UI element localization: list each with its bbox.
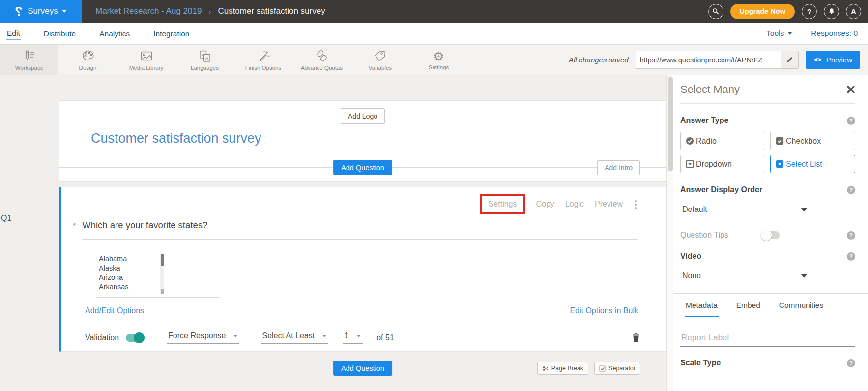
listbox-option[interactable]: Alaska xyxy=(99,264,158,273)
edit-url-button[interactable] xyxy=(781,51,798,68)
answer-display-order-select[interactable]: Default xyxy=(680,205,807,214)
topbar-actions: Upgrade Now A xyxy=(708,4,861,19)
question-preview-button[interactable]: Preview xyxy=(595,200,623,209)
listbox-option[interactable]: Alabama xyxy=(99,254,158,264)
answer-type-dropdown-button[interactable]: Dropdown xyxy=(680,155,765,173)
question-copy-button[interactable]: Copy xyxy=(536,200,554,209)
survey-title[interactable]: Customer satisfaction survey xyxy=(91,131,666,146)
question-mark-icon xyxy=(807,7,811,16)
magic-wand-icon xyxy=(256,49,271,63)
question-tips-toggle[interactable] xyxy=(762,231,780,239)
question-card: Settings Copy Logic Preview * Which are … xyxy=(59,187,666,352)
help-icon[interactable] xyxy=(847,117,855,125)
scrollbar-thumb[interactable] xyxy=(668,77,673,171)
question-settings-button[interactable]: Settings xyxy=(489,200,517,208)
add-question-button-top[interactable]: Add Question xyxy=(333,160,392,175)
answer-listbox[interactable]: Alabama Alaska Arizona Arkansas xyxy=(96,253,165,295)
panel-tabs: Metadata Embed Communities xyxy=(680,294,855,317)
chevron-down-icon xyxy=(233,335,237,337)
report-label-input[interactable] xyxy=(680,332,855,347)
answer-type-label-text: Radio xyxy=(696,137,717,146)
validation-condition-value: Select At Least xyxy=(262,331,315,340)
answer-type-radio-button[interactable]: Radio xyxy=(680,132,765,150)
video-value: None xyxy=(682,271,701,280)
listbox-scrollbar[interactable] xyxy=(160,254,164,294)
toolbar-item-label: Languages xyxy=(191,65,219,71)
tools-menu[interactable]: Tools xyxy=(766,29,792,38)
bell-icon xyxy=(828,7,836,15)
share-url-box xyxy=(636,51,799,69)
page-scrollbar[interactable] xyxy=(666,75,673,391)
tab-integration[interactable]: Integration xyxy=(153,28,190,40)
add-question-button-bottom[interactable]: Add Question xyxy=(333,361,392,376)
validation-label: Validation xyxy=(85,333,119,342)
close-panel-button[interactable] xyxy=(846,85,855,94)
toolbar-item-variables[interactable]: Variables xyxy=(351,45,409,75)
search-button[interactable] xyxy=(708,4,723,19)
toolbar-item-media-library[interactable]: Media Library xyxy=(117,45,175,75)
question-text[interactable]: Which are your favorite states? xyxy=(82,220,207,230)
validation-count-select[interactable]: 1 xyxy=(343,331,363,344)
edit-options-bulk-link[interactable]: Edit Options in Bulk xyxy=(570,306,638,315)
upgrade-now-button[interactable]: Upgrade Now xyxy=(730,4,795,19)
help-button[interactable] xyxy=(802,4,817,19)
question-code: Q1 xyxy=(1,214,11,223)
listbox-option[interactable]: Arizona xyxy=(99,273,158,282)
notifications-button[interactable] xyxy=(824,4,839,19)
bottom-add-row: Add Question Page Break Separator xyxy=(59,359,666,378)
tab-analytics[interactable]: Analytics xyxy=(99,28,130,40)
separator-label: Separator xyxy=(608,365,636,372)
palette-icon xyxy=(81,49,95,63)
tab-metadata[interactable]: Metadata xyxy=(685,294,719,317)
delete-question-button[interactable] xyxy=(632,333,640,343)
help-icon[interactable] xyxy=(847,231,855,240)
add-edit-options-link[interactable]: Add/Edit Options xyxy=(85,306,144,315)
options-links-row: Add/Edit Options Edit Options in Bulk xyxy=(85,306,638,315)
listbox-option[interactable]: Arkansas xyxy=(99,282,158,292)
tab-embed[interactable]: Embed xyxy=(735,294,761,317)
question-text-field[interactable]: Which are your favorite states? xyxy=(82,220,638,240)
breadcrumb-separator: › xyxy=(208,7,211,16)
help-icon[interactable] xyxy=(847,359,855,367)
toolbar-item-label: Finish Options xyxy=(245,65,282,71)
tools-label: Tools xyxy=(766,29,784,38)
search-icon xyxy=(712,7,720,15)
toolbar-item-label: Design xyxy=(79,65,97,71)
preview-button[interactable]: Preview xyxy=(806,51,860,69)
breadcrumb-folder-link[interactable]: Market Research - Aug 2019 xyxy=(95,6,202,16)
more-options-icon[interactable] xyxy=(635,200,637,202)
toolbar-item-workspace[interactable]: Workspace xyxy=(0,45,58,75)
help-icon[interactable] xyxy=(847,186,855,194)
answer-type-select-list-button[interactable]: Select List xyxy=(770,155,855,173)
help-icon[interactable] xyxy=(847,252,855,261)
scrollbar-thumb[interactable] xyxy=(161,254,164,266)
separator-button[interactable]: Separator xyxy=(594,362,640,375)
answer-type-checkbox-button[interactable]: Checkbox xyxy=(770,132,855,150)
chain-link-icon xyxy=(315,49,329,63)
share-url-input[interactable] xyxy=(636,56,781,64)
product-switcher[interactable]: Surveys xyxy=(0,0,82,23)
workspace-icon xyxy=(22,49,37,63)
tab-communities[interactable]: Communities xyxy=(778,294,824,317)
responses-count[interactable]: Responses: 0 xyxy=(811,29,858,38)
tab-distribute[interactable]: Distribute xyxy=(43,28,76,40)
toolbar-item-finish-options[interactable]: Finish Options xyxy=(234,45,292,75)
avatar[interactable]: A xyxy=(846,4,861,19)
add-intro-button[interactable]: Add Intro xyxy=(597,160,640,175)
chevron-down-icon xyxy=(801,274,807,278)
tab-edit[interactable]: Edit xyxy=(6,27,21,40)
toolbar-item-settings[interactable]: Settings xyxy=(409,45,468,75)
toolbar-item-design[interactable]: Design xyxy=(58,45,117,75)
validation-condition-select[interactable]: Select At Least xyxy=(261,331,328,344)
question-logic-button[interactable]: Logic xyxy=(565,200,584,209)
scrollbar-thumb xyxy=(161,289,164,294)
toolbar-item-languages[interactable]: aA Languages xyxy=(175,45,234,75)
toolbar-item-advance-quotas[interactable]: Advance Quotas xyxy=(292,45,351,75)
video-select[interactable]: None xyxy=(680,271,807,280)
toolbar-item-label: Workspace xyxy=(15,65,43,71)
page-break-button[interactable]: Page Break xyxy=(537,362,588,375)
editor-toolbar: Workspace Design Media Library aA Langua… xyxy=(0,44,868,75)
add-logo-button[interactable]: Add Logo xyxy=(341,108,385,124)
validation-rule-select[interactable]: Force Response xyxy=(167,331,239,344)
validation-toggle[interactable] xyxy=(126,334,144,342)
